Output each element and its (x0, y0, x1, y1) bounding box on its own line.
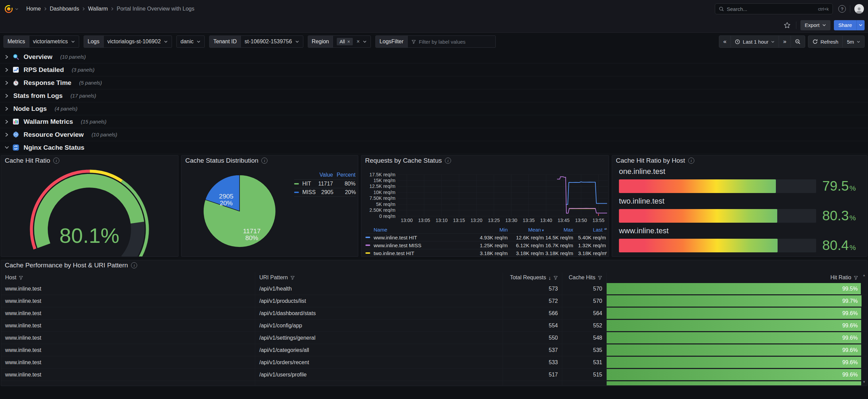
info-icon[interactable] (261, 158, 267, 164)
dashboard-row-wallarm-metrics[interactable]: Wallarm Metrics(15 panels) (0, 115, 868, 128)
filter-icon[interactable] (553, 276, 558, 280)
dashboard-row-stats-from-logs[interactable]: Stats from Logs(17 panels) (0, 89, 868, 102)
legend-label[interactable]: MISS (301, 189, 316, 195)
avatar[interactable] (854, 4, 864, 14)
column-header-uri-pattern[interactable]: URI Pattern (255, 272, 503, 283)
legend-percent: 20% (333, 189, 356, 195)
dashboard-row-nginx-cache-status[interactable]: Nginx Cache Status (0, 141, 868, 154)
filter-icon[interactable] (598, 276, 602, 280)
panel-title[interactable]: Cache Performance by Host & URI Pattern (5, 262, 128, 269)
legend-column-percent[interactable]: Percent (333, 172, 356, 178)
legend-row: HIT1171780% (294, 180, 356, 188)
scroll-up-icon[interactable] (863, 274, 866, 277)
breadcrumb-item[interactable]: Wallarm (88, 6, 108, 12)
share-button[interactable]: Share (834, 20, 856, 30)
dashboard-row-node-logs[interactable]: Node Logs(4 panels) (0, 102, 868, 115)
panel-title[interactable]: Cache Status Distribution (185, 157, 258, 164)
bar-gauge-www-inline-test: www.inline.test80.4% (619, 226, 862, 253)
info-icon[interactable] (445, 158, 451, 164)
variable-dropdown[interactable]: Filter by label values (408, 36, 495, 47)
column-header-total-requests[interactable]: Total Requests↓ (503, 272, 562, 283)
svg-text:5K req/m: 5K req/m (376, 202, 395, 207)
sort-desc-icon: ↓ (549, 275, 551, 281)
variable-label: Tenant ID (209, 36, 241, 47)
row-title: RPS Detailed (24, 66, 64, 74)
legend-column-max[interactable]: Max (544, 227, 573, 233)
breadcrumb-item[interactable]: Dashboards (50, 6, 79, 12)
info-icon[interactable] (688, 158, 694, 164)
column-header-host[interactable]: Host (1, 272, 255, 283)
legend-series-name[interactable]: two.inline.test HIT (374, 250, 473, 256)
cell-total-requests: 550 (503, 332, 562, 344)
column-header-cache-hits[interactable]: Cache Hits (562, 272, 606, 283)
dashboard-row-resource-overview[interactable]: Resource Overview(10 panels) (0, 128, 868, 141)
row-panel-count: (17 panels) (71, 93, 96, 99)
breadcrumb-item[interactable]: Home (26, 6, 41, 12)
legend-column-last[interactable]: Last * (573, 227, 606, 233)
clear-selection-icon[interactable]: × (357, 39, 360, 45)
legend-column-value[interactable]: Value (315, 172, 333, 178)
legend-series-name[interactable]: www.inline.test MISS (374, 242, 473, 248)
remove-value-icon[interactable]: × (347, 39, 350, 44)
legend-column-name[interactable]: Name (374, 227, 473, 233)
bar-gauge-unit: % (850, 214, 856, 222)
dashboard-row-overview[interactable]: Overview(10 panels) (0, 50, 868, 63)
info-icon[interactable] (131, 262, 137, 268)
grafana-dashboard: HomeDashboardsWallarmPortal Inline Overv… (0, 0, 868, 399)
star-icon[interactable] (784, 22, 791, 29)
search-icon (719, 6, 724, 12)
chevron-down-icon (295, 40, 299, 43)
chevron-right-icon (4, 93, 9, 98)
cell-total-requests: 517 (503, 369, 562, 381)
export-button[interactable]: Export (800, 20, 830, 30)
scroll-down-icon[interactable] (605, 251, 608, 254)
table-row: www.inline.test/api/v1/health57357099.5% (1, 283, 867, 295)
chevron-down-icon[interactable] (15, 8, 18, 10)
filter-icon[interactable] (290, 276, 295, 280)
column-header-hit-ratio[interactable]: Hit Ratio (606, 272, 862, 283)
legend-column-min[interactable]: Min (473, 227, 508, 233)
share-dropdown-button[interactable] (856, 20, 865, 30)
chevron-down-icon (363, 40, 367, 43)
dashboard-row-response-time[interactable]: Response Time(5 panels) (0, 76, 868, 89)
time-range-picker[interactable]: Last 1 hour (730, 36, 779, 47)
legend-label[interactable]: HIT (301, 181, 315, 187)
breadcrumb-item[interactable]: Portal Inline Overview with Logs (117, 6, 194, 12)
scroll-up-icon[interactable] (605, 227, 608, 230)
grafana-logo[interactable] (4, 4, 14, 14)
legend-series-name[interactable]: www.inline.test HIT (374, 235, 473, 240)
zoom-out-button[interactable] (791, 36, 805, 47)
variable-dropdown[interactable]: victoriametrics (29, 36, 79, 47)
variable-dropdown[interactable]: All×× (333, 36, 371, 47)
clock-icon (735, 39, 740, 44)
variable-dropdown[interactable]: st-106902-1539756 (241, 36, 303, 47)
row-title: Response Time (24, 79, 71, 87)
cell-hit-ratio: 99.6% (606, 332, 862, 344)
info-icon[interactable] (53, 158, 59, 164)
legend-column-mean[interactable]: Mean▾ (508, 227, 544, 233)
legend-mean: 12.6K req/m (508, 235, 544, 240)
legend-min: 1.25K req/m (473, 242, 508, 248)
svg-text:13:25: 13:25 (488, 218, 500, 223)
scroll-down-icon[interactable] (863, 381, 866, 384)
variable-dropdown[interactable]: danic (177, 36, 204, 47)
legend-last: 5.40K req/m (573, 235, 606, 240)
cell-cache-hits: 548 (562, 332, 606, 344)
panel-title[interactable]: Cache Hit Ratio (5, 157, 50, 164)
selected-value-chip[interactable]: All× (337, 38, 353, 45)
variable-region: RegionAll×× (308, 35, 371, 48)
variable-label: Metrics (4, 36, 29, 47)
variable-dropdown[interactable]: victorialogs-st-106902 (104, 36, 172, 47)
refresh-interval-dropdown[interactable]: 5m (842, 36, 864, 47)
filter-icon[interactable] (854, 276, 858, 280)
time-range-forward-button[interactable] (779, 36, 790, 47)
panel-title[interactable]: Requests by Cache Status (365, 157, 442, 164)
filter-icon[interactable] (19, 276, 23, 280)
dashboard-row-rps-detailed[interactable]: RPS Detailed(3 panels) (0, 63, 868, 76)
refresh-button[interactable]: Refresh (808, 36, 843, 47)
bar-gauge-track (619, 209, 816, 223)
search-input[interactable]: Search... ctrl+k (715, 3, 833, 14)
help-icon[interactable] (838, 5, 846, 13)
time-range-back-button[interactable] (719, 36, 730, 47)
panel-title[interactable]: Cache Hit Ratio by Host (616, 157, 685, 164)
